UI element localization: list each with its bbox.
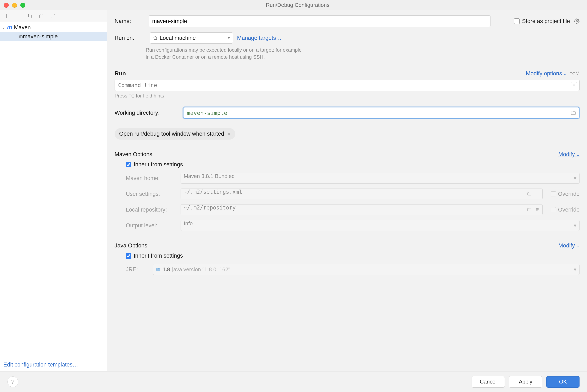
maven-icon: m [7, 24, 12, 31]
folder-icon [526, 191, 532, 197]
sidebar-toolbar [0, 10, 107, 22]
window-controls [4, 3, 25, 8]
svg-point-1 [576, 20, 578, 22]
java-inherit-label: Inherit from settings [134, 252, 183, 259]
chevron-down-icon[interactable]: ⌄ [0, 25, 7, 30]
gear-icon[interactable] [574, 18, 579, 24]
option-pill[interactable]: Open run/debug tool window when started … [115, 128, 235, 140]
ok-button[interactable]: OK [546, 376, 579, 388]
close-window-icon[interactable] [4, 3, 9, 8]
remove-icon[interactable] [15, 13, 21, 19]
folder-icon [156, 267, 160, 272]
titlebar: Run/Debug Configurations [0, 0, 587, 10]
java-inherit-checkbox[interactable] [126, 253, 131, 259]
output-level-combo: Info ▾ [181, 220, 579, 231]
tree-node-maven-simple[interactable]: m maven-simple [0, 32, 107, 41]
runon-combo[interactable]: Local machine ▾ [150, 32, 233, 44]
expand-field-icon [534, 191, 540, 197]
name-input[interactable] [149, 15, 490, 27]
user-settings-field: ~/.m2/settings.xml [181, 188, 542, 199]
chevron-down-icon: ▾ [574, 266, 576, 273]
config-tree: ⌄ m Maven m maven-simple [0, 22, 107, 359]
maven-home-label: Maven home: [126, 175, 176, 182]
apply-button[interactable]: Apply [509, 376, 542, 388]
minimize-window-icon[interactable] [12, 3, 17, 8]
tree-node-maven[interactable]: ⌄ m Maven [0, 23, 107, 32]
folder-icon[interactable] [570, 110, 576, 116]
manage-targets-link[interactable]: Manage targets… [237, 35, 282, 41]
local-repo-override-checkbox [551, 207, 556, 212]
name-label: Name: [115, 18, 144, 24]
run-section-title: Run [115, 70, 126, 77]
save-icon[interactable] [39, 13, 45, 19]
expand-field-icon [534, 207, 540, 212]
working-dir-label: Working directory: [115, 110, 179, 116]
maven-icon: m [19, 34, 23, 40]
tree-node-label: Maven [14, 24, 31, 31]
store-project-label: Store as project file [522, 18, 570, 24]
cancel-button[interactable]: Cancel [472, 376, 505, 388]
working-dir-input[interactable] [183, 107, 579, 119]
sidebar: ⌄ m Maven m maven-simple Edit configurat… [0, 10, 107, 371]
tree-node-label: maven-simple [23, 34, 58, 40]
folder-icon [526, 207, 532, 212]
sidebar-footer: Edit configuration templates… [0, 359, 107, 371]
output-level-label: Output level: [126, 222, 176, 229]
sort-icon[interactable] [50, 13, 56, 19]
runon-label: Run on: [115, 35, 146, 41]
user-settings-label: User settings: [126, 191, 176, 197]
maven-modify-link[interactable]: Modify ⌄ [558, 151, 579, 158]
modify-options-link[interactable]: Modify options ⌄ [526, 70, 567, 77]
java-modify-link[interactable]: Modify ⌄ [558, 242, 579, 249]
chevron-down-icon: ▾ [574, 222, 576, 229]
maven-home-field: Maven 3.8.1 Bundled ▾ [181, 173, 579, 184]
local-repo-field: ~/.m2/repository [181, 204, 542, 215]
local-repo-label: Local repository: [126, 206, 176, 213]
jre-label: JRE: [126, 266, 149, 273]
content-pane: Name: Store as project file Run on: Loca… [107, 10, 587, 371]
home-icon [153, 36, 158, 40]
chevron-down-icon: ▾ [574, 175, 576, 182]
maven-inherit-checkbox[interactable] [126, 162, 131, 168]
option-pill-label: Open run/debug tool window when started [119, 131, 224, 137]
java-section-title: Java Options [115, 242, 147, 249]
maximize-window-icon[interactable] [20, 3, 25, 8]
close-icon[interactable]: ✕ [227, 131, 231, 137]
svg-rect-0 [29, 15, 31, 18]
add-icon[interactable] [4, 13, 10, 19]
user-settings-override-checkbox [551, 192, 556, 196]
edit-templates-link[interactable]: Edit configuration templates… [3, 362, 78, 368]
maven-inherit-label: Inherit from settings [134, 161, 183, 168]
expand-field-icon[interactable] [571, 82, 577, 88]
shortcut-label: ⌥M [569, 70, 579, 76]
window-title: Run/Debug Configurations [25, 2, 570, 8]
jre-field: 1.8 java version "1.8.0_162" ▾ [153, 264, 579, 275]
runon-note: Run configurations may be executed local… [146, 46, 353, 60]
help-button[interactable]: ? [8, 376, 18, 387]
field-hint: Press ⌥ for field hints [115, 93, 579, 99]
store-project-checkbox[interactable] [514, 18, 519, 24]
copy-icon[interactable] [27, 13, 33, 19]
dialog-footer: ? Cancel Apply OK [0, 371, 587, 392]
override-label: Override [558, 191, 579, 197]
maven-section-title: Maven Options [115, 151, 152, 158]
override-label: Override [558, 206, 579, 213]
chevron-down-icon: ▾ [228, 36, 230, 40]
runon-value: Local machine [160, 35, 196, 41]
command-line-input[interactable] [115, 80, 579, 91]
